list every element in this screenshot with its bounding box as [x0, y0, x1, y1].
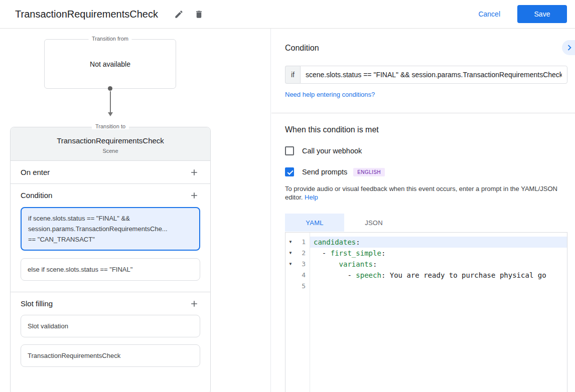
if-label: if	[285, 66, 300, 84]
send-prompts-checkbox[interactable]	[285, 167, 294, 176]
code-token: -	[314, 249, 331, 257]
language-badge: ENGLISH	[353, 168, 385, 176]
code-token: :	[381, 249, 385, 257]
webhook-row: Call your webhook	[285, 146, 567, 155]
tab-yaml[interactable]: YAML	[285, 214, 344, 232]
code-token	[314, 260, 339, 268]
trash-icon	[194, 10, 204, 19]
code-token: :	[373, 260, 377, 268]
code-token: -	[314, 271, 356, 279]
delete-scene-button[interactable]	[190, 5, 208, 23]
code-editor[interactable]: ▼1candidates:▼2 - first_simple:▼3 varian…	[285, 232, 567, 392]
scene-graph-panel: Transition from Not available Transition…	[0, 29, 271, 392]
transition-to-label: Transition to	[92, 123, 129, 129]
collapse-panel-button[interactable]	[562, 40, 575, 55]
scene-card-header[interactable]: TransactionRequirementsCheck Scene	[11, 127, 210, 160]
page-title: TransactionRequirementsCheck	[15, 9, 158, 20]
condition-help-link[interactable]: Need help entering conditions?	[285, 91, 375, 98]
condition-editor-panel: Condition if Need help entering conditio…	[271, 29, 575, 392]
condition-section-label: Condition	[21, 191, 52, 200]
plus-icon	[189, 167, 199, 177]
slot-filling-row[interactable]: Slot filling	[11, 292, 210, 315]
panel-divider	[271, 113, 575, 113]
line-number: 4	[296, 270, 310, 281]
code-line[interactable]: - speech: You are ready to purchase phys…	[310, 270, 567, 281]
add-on-enter-button[interactable]	[188, 166, 200, 178]
scene-subtitle: Scene	[16, 148, 205, 154]
help-link[interactable]: Help	[305, 193, 318, 201]
editor-line: ▼3 variants:	[285, 259, 567, 270]
code-line[interactable]: variants:	[310, 259, 567, 270]
condition-met-heading: When this condition is met	[285, 125, 567, 134]
slot-item-validation[interactable]: Slot validation	[21, 315, 200, 337]
code-editor-lines: ▼1candidates:▼2 - first_simple:▼3 varian…	[285, 237, 567, 292]
code-token: first_simple	[331, 249, 381, 257]
code-token: variants	[339, 260, 373, 268]
panel-title: Condition	[285, 44, 567, 53]
transition-from-label: Transition from	[88, 36, 132, 42]
condition-input-row: if	[285, 66, 567, 84]
send-prompts-label: Send prompts	[302, 168, 347, 176]
save-button[interactable]: Save	[517, 5, 567, 23]
editor-line: ▼2 - first_simple:	[285, 248, 567, 259]
gutter-separator	[310, 233, 310, 392]
transition-from-value: Not available	[90, 60, 130, 68]
condition-line: == "CAN_TRANSACT"	[28, 234, 193, 245]
slot-item-transaction-requirements[interactable]: TransactionRequirementsCheck	[21, 344, 200, 367]
prompts-description-text: To provide audio or visual feedback when…	[285, 185, 557, 201]
code-token: speech	[356, 271, 381, 279]
webhook-checkbox[interactable]	[285, 146, 294, 155]
fold-arrow-icon[interactable]: ▼	[285, 237, 296, 248]
prompts-description: To provide audio or visual feedback when…	[285, 184, 567, 202]
fold-spacer	[285, 270, 296, 281]
line-number: 1	[296, 237, 310, 248]
on-enter-row[interactable]: On enter	[11, 160, 210, 183]
arrow-line	[110, 91, 111, 112]
condition-line: if scene.slots.status == "FINAL" &&	[28, 213, 193, 224]
fold-arrow-icon[interactable]: ▼	[285, 248, 296, 259]
code-token: :	[356, 238, 360, 246]
code-line[interactable]: candidates:	[310, 237, 567, 248]
transition-from-box[interactable]: Transition from Not available	[44, 39, 176, 89]
code-token: You are ready to purchase physical go	[390, 271, 546, 279]
editor-line: ▼1candidates:	[285, 237, 567, 248]
add-slot-button[interactable]	[188, 298, 200, 310]
condition-card-else[interactable]: else if scene.slots.status == "FINAL"	[21, 258, 200, 281]
arrow-head-icon	[108, 112, 113, 116]
plus-icon	[189, 299, 199, 309]
condition-section-row[interactable]: Condition	[11, 183, 210, 207]
condition-card-selected[interactable]: if scene.slots.status == "FINAL" && sess…	[21, 207, 200, 251]
line-number: 2	[296, 248, 310, 259]
edit-title-button[interactable]	[170, 5, 188, 23]
code-line[interactable]	[310, 281, 567, 292]
slot-filling-label: Slot filling	[21, 299, 53, 308]
editor-line: 4 - speech: You are ready to purchase ph…	[285, 270, 567, 281]
app-header: TransactionRequirementsCheck Cancel Save	[0, 0, 575, 29]
code-line[interactable]: - first_simple:	[310, 248, 567, 259]
code-token: :	[381, 271, 390, 279]
plus-icon	[189, 190, 199, 201]
condition-line: session.params.TransactionRequirementsCh…	[28, 224, 193, 234]
chevron-right-icon	[564, 42, 575, 53]
editor-line: 5	[285, 281, 567, 292]
cancel-button[interactable]: Cancel	[478, 10, 500, 18]
on-enter-label: On enter	[21, 168, 50, 176]
transition-arrow	[44, 89, 176, 116]
pencil-icon	[174, 10, 184, 19]
connector-dot	[108, 86, 112, 91]
fold-arrow-icon[interactable]: ▼	[285, 259, 296, 270]
transition-to-card: Transition to TransactionRequirementsChe…	[10, 127, 211, 392]
editor-tabs: YAML JSON	[285, 214, 567, 232]
line-number: 5	[296, 281, 310, 292]
send-prompts-row: Send prompts ENGLISH	[285, 167, 567, 176]
fold-spacer	[285, 281, 296, 292]
code-token: candidates	[314, 238, 356, 246]
line-number: 3	[296, 259, 310, 270]
tab-json[interactable]: JSON	[344, 214, 403, 232]
add-condition-button[interactable]	[188, 189, 200, 202]
webhook-label: Call your webhook	[302, 147, 362, 155]
scene-title: TransactionRequirementsCheck	[16, 136, 205, 145]
condition-expression-input[interactable]	[300, 66, 567, 84]
